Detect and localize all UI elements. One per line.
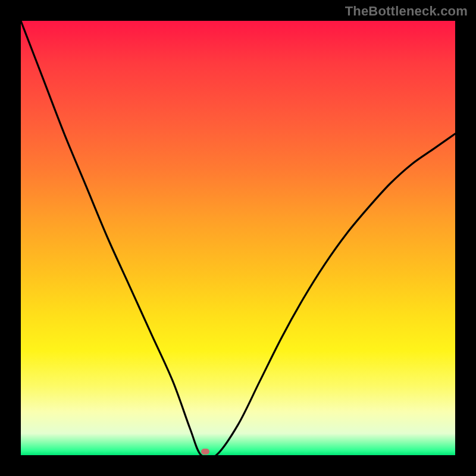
watermark-text: TheBottleneck.com (345, 4, 468, 19)
bottleneck-curve (21, 21, 455, 455)
chart-frame: TheBottleneck.com (0, 0, 476, 476)
plot-area (21, 21, 455, 455)
minimum-marker (201, 449, 209, 455)
